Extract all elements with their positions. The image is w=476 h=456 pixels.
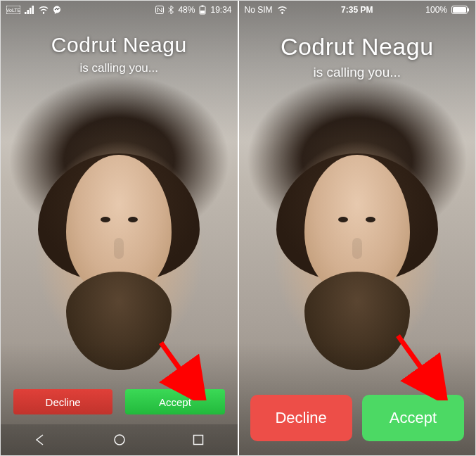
ios-status-bar: No SIM 7:35 PM 100%	[239, 1, 476, 16]
svg-rect-5	[32, 6, 34, 14]
messenger-icon	[53, 6, 61, 14]
svg-point-6	[43, 12, 44, 13]
nav-home-icon[interactable]	[112, 433, 127, 447]
nav-back-icon[interactable]	[33, 433, 47, 447]
caller-name: Codrut Neagu	[1, 33, 238, 57]
ios-incoming-call-screen: No SIM 7:35 PM 100% Codrut Neagu is call…	[239, 1, 476, 455]
clock-text: 7:35 PM	[239, 5, 476, 15]
svg-rect-3	[27, 10, 30, 14]
decline-button[interactable]: Decline	[13, 389, 112, 414]
caller-name: Codrut Neagu	[239, 33, 476, 61]
clock-text: 19:34	[210, 5, 231, 15]
decline-button[interactable]: Decline	[250, 395, 352, 441]
caller-subtitle: is calling you...	[239, 65, 476, 80]
svg-rect-2	[25, 12, 27, 14]
caller-subtitle: is calling you...	[1, 61, 238, 75]
svg-point-12	[115, 435, 124, 445]
signal-icon	[25, 6, 34, 14]
svg-point-7	[53, 6, 60, 13]
nav-recents-icon[interactable]	[192, 433, 205, 446]
accept-button-label: Accept	[159, 396, 191, 408]
android-incoming-call-screen: VoLTE 48%	[1, 1, 238, 455]
nfc-icon	[155, 6, 164, 14]
decline-button-label: Decline	[275, 409, 326, 427]
volte-icon: VoLTE	[6, 6, 20, 14]
svg-rect-10	[202, 6, 204, 7]
svg-text:VoLTE: VoLTE	[6, 8, 20, 13]
accept-button-label: Accept	[390, 409, 437, 427]
wifi-icon	[39, 6, 49, 14]
android-nav-bar	[1, 424, 238, 455]
battery-icon	[199, 5, 206, 15]
decline-button-label: Decline	[46, 396, 81, 408]
bluetooth-icon	[168, 6, 174, 14]
accept-button[interactable]: Accept	[125, 389, 224, 414]
svg-rect-13	[194, 436, 203, 445]
android-status-bar: VoLTE 48%	[1, 1, 238, 16]
accept-button[interactable]: Accept	[362, 395, 464, 441]
svg-rect-11	[200, 11, 205, 13]
battery-percent-text: 48%	[178, 5, 195, 15]
svg-rect-4	[30, 8, 32, 14]
